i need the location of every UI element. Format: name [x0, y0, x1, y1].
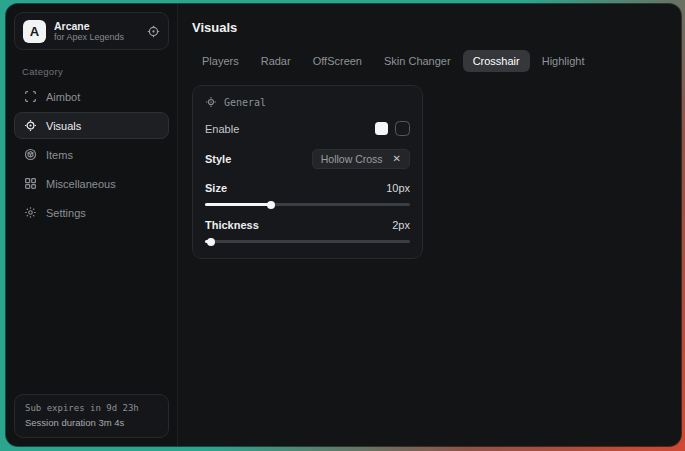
thickness-slider[interactable]	[205, 240, 410, 243]
app-subtitle: for Apex Legends	[54, 32, 139, 42]
general-icon	[205, 96, 217, 108]
main-content: Visuals Players Radar OffScreen Skin Cha…	[178, 4, 681, 446]
session-duration-text: Session duration 3m 4s	[25, 416, 158, 430]
sidebar-item-items[interactable]: Items	[14, 141, 169, 168]
close-icon[interactable]: ✕	[393, 154, 401, 164]
panel-title: General	[224, 97, 266, 108]
thickness-slider-thumb[interactable]	[207, 238, 215, 246]
category-label: Category	[22, 66, 169, 77]
items-icon	[24, 148, 37, 161]
size-row: Size 10px	[205, 182, 410, 194]
visuals-tab-bar: Players Radar OffScreen Skin Changer Cro…	[192, 50, 665, 72]
general-panel: General Enable Style Hollow Cross ✕ Size…	[192, 85, 423, 259]
sidebar-item-miscellaneous[interactable]: Miscellaneous	[14, 170, 169, 197]
style-value: Hollow Cross	[321, 153, 383, 165]
tab-radar[interactable]: Radar	[251, 50, 301, 72]
tab-highlight[interactable]: Highlight	[532, 50, 595, 72]
sub-expires-text: Sub expires in 9d 23h	[25, 402, 158, 416]
tab-players[interactable]: Players	[192, 50, 249, 72]
page-title: Visuals	[192, 20, 665, 35]
sidebar-nav: Aimbot Visuals Items	[14, 83, 169, 226]
tab-skin-changer[interactable]: Skin Changer	[374, 50, 461, 72]
enable-label: Enable	[205, 123, 239, 135]
sidebar-item-aimbot[interactable]: Aimbot	[14, 83, 169, 110]
sidebar-item-visuals[interactable]: Visuals	[14, 112, 169, 139]
app-title: Arcane	[54, 20, 139, 32]
size-label: Size	[205, 182, 227, 194]
tab-crosshair[interactable]: Crosshair	[463, 50, 530, 72]
enable-keybind-box[interactable]	[395, 121, 410, 136]
app-logo: A	[23, 20, 46, 43]
thickness-row: Thickness 2px	[205, 219, 410, 231]
sidebar-item-label: Settings	[46, 207, 86, 219]
thickness-label: Thickness	[205, 219, 259, 231]
sidebar-item-label: Aimbot	[46, 91, 80, 103]
visuals-icon	[24, 119, 37, 132]
style-select[interactable]: Hollow Cross ✕	[312, 149, 410, 169]
miscellaneous-icon	[24, 177, 37, 190]
sidebar: A Arcane for Apex Legends Category	[6, 4, 178, 446]
enable-row: Enable	[205, 121, 410, 136]
sidebar-item-label: Visuals	[46, 120, 81, 132]
sidebar-item-label: Miscellaneous	[46, 178, 116, 190]
enable-checkbox[interactable]	[375, 122, 388, 135]
tab-offscreen[interactable]: OffScreen	[303, 50, 372, 72]
size-slider[interactable]	[205, 203, 410, 206]
sidebar-item-label: Items	[46, 149, 73, 161]
target-icon	[147, 25, 160, 38]
sidebar-item-settings[interactable]: Settings	[14, 199, 169, 226]
brand-header: A Arcane for Apex Legends	[14, 12, 169, 50]
style-label: Style	[205, 153, 231, 165]
style-row: Style Hollow Cross ✕	[205, 149, 410, 169]
subscription-info: Sub expires in 9d 23h Session duration 3…	[14, 394, 169, 438]
size-slider-thumb[interactable]	[267, 201, 275, 209]
app-window: A Arcane for Apex Legends Category	[6, 4, 681, 446]
size-value: 10px	[386, 182, 410, 194]
aimbot-icon	[24, 90, 37, 103]
settings-icon	[24, 206, 37, 219]
thickness-value: 2px	[392, 219, 410, 231]
